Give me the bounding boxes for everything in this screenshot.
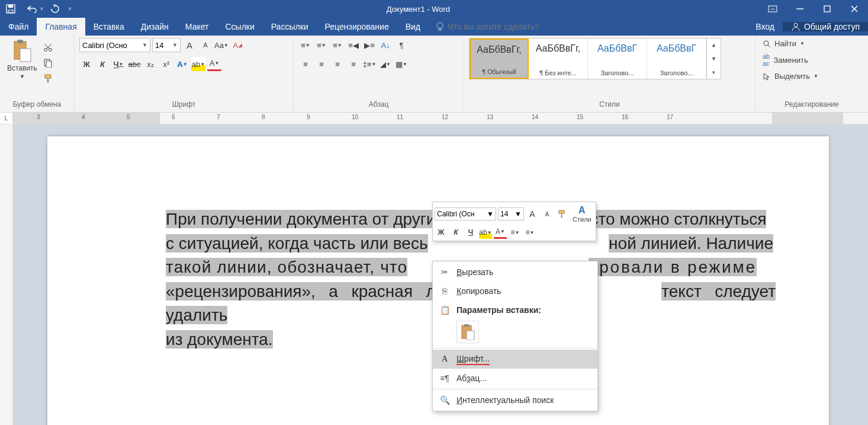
minimize-button[interactable] bbox=[786, 5, 814, 12]
style-item-0[interactable]: АаБбВвГг,¶ Обычный bbox=[470, 39, 529, 79]
share-button[interactable]: Общий доступ bbox=[783, 22, 868, 31]
borders-button[interactable]: ▦▼ bbox=[394, 57, 409, 71]
ribbon: Вставить ▼ Буфер обмена Calibri (Осно▼ 1… bbox=[0, 36, 868, 113]
strikethrough-button[interactable]: abc bbox=[127, 57, 142, 71]
align-right-button[interactable]: ≡ bbox=[330, 57, 345, 71]
align-center-button[interactable]: ≡ bbox=[314, 57, 329, 71]
scissors-icon bbox=[43, 43, 53, 52]
sort-button[interactable]: A↓ bbox=[378, 38, 393, 52]
search-icon: 🔍 bbox=[439, 395, 451, 405]
ctx-cut[interactable]: ✂ Вырезать bbox=[433, 263, 597, 282]
save-button[interactable] bbox=[0, 0, 21, 18]
mini-font-combo[interactable]: Calibri (Осн▼ bbox=[435, 207, 496, 221]
window-title: Документ1 - Word bbox=[78, 5, 759, 14]
cut-button[interactable] bbox=[41, 40, 55, 55]
redo-button[interactable] bbox=[44, 0, 66, 18]
grow-font-button[interactable]: A bbox=[182, 38, 197, 52]
ctx-paragraph[interactable]: ≡¶ Абзац... bbox=[433, 369, 597, 388]
shading-button[interactable]: ◢▼ bbox=[378, 57, 393, 71]
mini-size-combo[interactable]: 14▼ bbox=[498, 207, 524, 221]
tab-design[interactable]: Дизайн bbox=[133, 18, 177, 36]
svg-rect-5 bbox=[824, 6, 830, 12]
style-item-2[interactable]: АаБбВвГЗаголово... bbox=[588, 39, 647, 79]
tab-home[interactable]: Главная bbox=[37, 18, 85, 36]
superscript-button[interactable]: x² bbox=[159, 57, 173, 71]
shrink-font-button[interactable]: A bbox=[198, 38, 213, 52]
mini-bullets[interactable]: ≡▼ bbox=[509, 226, 522, 239]
group-label-styles: Стили bbox=[469, 100, 750, 112]
find-button[interactable]: Найти▼ bbox=[760, 38, 821, 49]
mini-font-color[interactable]: A▼ bbox=[494, 226, 507, 239]
subscript-button[interactable]: x₂ bbox=[143, 57, 157, 71]
paste-options bbox=[433, 319, 597, 347]
tab-insert[interactable]: Вставка bbox=[85, 18, 133, 36]
dropdown-icon[interactable]: ▼ bbox=[39, 6, 44, 12]
paste-button[interactable]: Вставить ▼ bbox=[5, 38, 40, 81]
tell-me-search[interactable] bbox=[429, 18, 578, 36]
paste-label: Вставить bbox=[7, 64, 37, 72]
change-case-button[interactable]: Aa▼ bbox=[214, 38, 229, 52]
ctx-smart-lookup[interactable]: 🔍 Интеллектуальный поиск bbox=[433, 391, 597, 410]
bullets-button[interactable]: ≡▼ bbox=[298, 38, 313, 52]
style-item-1[interactable]: АаБбВвГг,¶ Без инте... bbox=[529, 39, 588, 79]
show-marks-button[interactable]: ¶ bbox=[394, 38, 409, 52]
tab-selector[interactable]: L bbox=[0, 113, 13, 124]
clear-formatting-button[interactable]: A◢ bbox=[230, 38, 245, 52]
mini-grow-font[interactable]: A bbox=[526, 207, 539, 221]
sign-in-button[interactable]: Вход bbox=[747, 22, 783, 31]
line-spacing-button[interactable]: ‡≡▼ bbox=[362, 57, 377, 71]
format-painter-button[interactable] bbox=[41, 71, 55, 85]
mini-styles[interactable]: AСтили bbox=[570, 204, 594, 224]
select-button[interactable]: Выделить▼ bbox=[760, 71, 821, 82]
ribbon-tabs: Файл Главная Вставка Дизайн Макет Ссылки… bbox=[0, 18, 868, 36]
ctx-copy[interactable]: ⎘ Копировать bbox=[433, 282, 597, 301]
mini-italic[interactable]: К bbox=[449, 226, 462, 239]
maximize-button[interactable] bbox=[814, 5, 841, 12]
replace-button[interactable]: abacЗаменить bbox=[760, 52, 821, 68]
increase-indent-button[interactable]: ▶≡ bbox=[362, 38, 377, 52]
styles-more[interactable]: ▾ bbox=[707, 65, 721, 79]
styles-gallery[interactable]: АаБбВвГг,¶ ОбычныйАаБбВвГг,¶ Без инте...… bbox=[469, 38, 721, 79]
numbering-button[interactable]: ≡▼ bbox=[314, 38, 329, 52]
group-styles: АаБбВвГг,¶ ОбычныйАаБбВвГг,¶ Без инте...… bbox=[464, 36, 756, 112]
mini-highlight[interactable]: ab▼ bbox=[479, 226, 492, 239]
svg-point-12 bbox=[44, 49, 47, 52]
ruler-vertical[interactable] bbox=[0, 124, 13, 425]
align-left-button[interactable]: ≡ bbox=[298, 57, 313, 71]
ruler-horizontal[interactable]: L 34567891011121314151617 bbox=[0, 113, 868, 124]
mini-shrink-font[interactable]: A bbox=[541, 207, 554, 221]
group-label-font: Шрифт bbox=[79, 100, 288, 112]
multilevel-button[interactable]: ≡▼ bbox=[330, 38, 345, 52]
decrease-indent-button[interactable]: ≡◀ bbox=[346, 38, 361, 52]
mini-bold[interactable]: Ж bbox=[435, 226, 448, 239]
mini-underline[interactable]: Ч bbox=[464, 226, 477, 239]
svg-rect-10 bbox=[17, 40, 23, 43]
font-color-button[interactable]: A▼ bbox=[207, 57, 221, 71]
tell-me-input[interactable] bbox=[448, 22, 578, 31]
style-item-3[interactable]: АаБбВвГЗаголово... bbox=[647, 39, 706, 79]
tab-references[interactable]: Ссылки bbox=[217, 18, 262, 36]
ctx-font[interactable]: A Шрифт... bbox=[433, 350, 597, 369]
justify-button[interactable]: ≡ bbox=[346, 57, 361, 71]
tab-mailings[interactable]: Рассылки bbox=[263, 18, 317, 36]
italic-button[interactable]: К bbox=[95, 57, 110, 71]
mini-format-painter[interactable] bbox=[555, 207, 568, 221]
paste-keep-source[interactable] bbox=[456, 321, 479, 343]
bold-button[interactable]: Ж bbox=[79, 57, 94, 71]
underline-button[interactable]: Ч▼ bbox=[111, 57, 126, 71]
ribbon-display-icon[interactable] bbox=[759, 5, 786, 12]
qat-customize-button[interactable]: ▼ bbox=[66, 0, 78, 18]
close-button[interactable] bbox=[841, 5, 868, 12]
styles-down[interactable]: ▼ bbox=[707, 52, 721, 66]
highlight-button[interactable]: ab▼ bbox=[191, 57, 205, 71]
mini-numbering[interactable]: ≡▼ bbox=[523, 226, 536, 239]
styles-up[interactable]: ▲ bbox=[707, 39, 721, 52]
tab-layout[interactable]: Макет bbox=[177, 18, 217, 36]
tab-review[interactable]: Рецензирование bbox=[317, 18, 397, 36]
font-name-combo[interactable]: Calibri (Осно▼ bbox=[79, 38, 150, 52]
copy-button[interactable] bbox=[41, 56, 55, 70]
tab-file[interactable]: Файл bbox=[0, 18, 37, 36]
font-size-combo[interactable]: 14▼ bbox=[152, 38, 181, 52]
tab-view[interactable]: Вид bbox=[397, 18, 429, 36]
text-effects-button[interactable]: A▼ bbox=[175, 57, 189, 71]
